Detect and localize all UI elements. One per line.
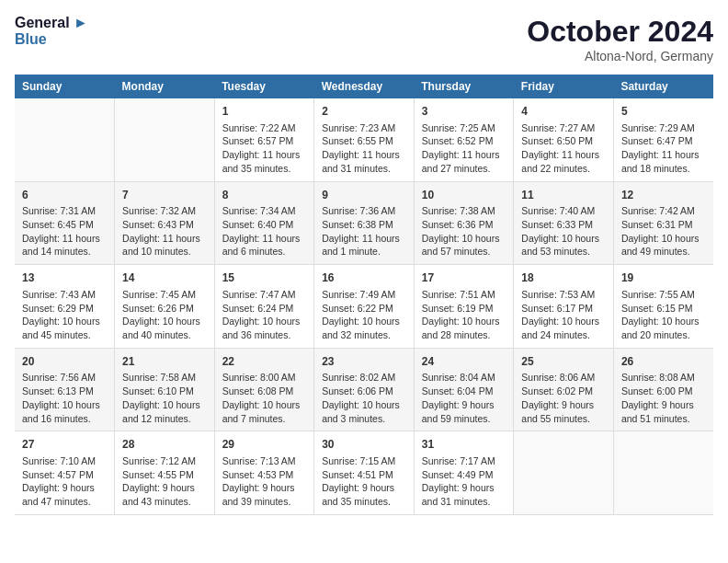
location: Altona-Nord, Germany <box>527 49 713 63</box>
calendar-header: SundayMondayTuesdayWednesdayThursdayFrid… <box>15 75 713 98</box>
title-block: October 2024 Altona-Nord, Germany <box>527 15 713 63</box>
calendar-cell: 25Sunrise: 8:06 AM Sunset: 6:02 PM Dayli… <box>514 348 614 431</box>
calendar-cell: 28Sunrise: 7:12 AM Sunset: 4:55 PM Dayli… <box>115 431 215 515</box>
calendar-cell: 8Sunrise: 7:34 AM Sunset: 6:40 PM Daylig… <box>214 181 314 265</box>
calendar-cell: 15Sunrise: 7:47 AM Sunset: 6:24 PM Dayli… <box>214 265 314 349</box>
day-number: 10 <box>422 188 506 203</box>
calendar-cell: 31Sunrise: 7:17 AM Sunset: 4:49 PM Dayli… <box>414 431 514 515</box>
calendar-cell: 23Sunrise: 8:02 AM Sunset: 6:06 PM Dayli… <box>314 348 415 431</box>
day-number: 15 <box>222 270 307 286</box>
day-number: 17 <box>422 270 506 286</box>
col-header-friday: Friday <box>514 75 614 98</box>
calendar-cell: 10Sunrise: 7:38 AM Sunset: 6:36 PM Dayli… <box>414 181 514 265</box>
calendar-cell: 16Sunrise: 7:49 AM Sunset: 6:22 PM Dayli… <box>314 265 415 349</box>
day-number: 22 <box>222 354 307 370</box>
col-header-thursday: Thursday <box>414 75 514 98</box>
day-info: Sunrise: 7:49 AM Sunset: 6:22 PM Dayligh… <box>322 288 406 342</box>
day-info: Sunrise: 7:17 AM Sunset: 4:49 PM Dayligh… <box>422 454 506 509</box>
calendar-cell: 29Sunrise: 7:13 AM Sunset: 4:53 PM Dayli… <box>214 431 314 515</box>
col-header-tuesday: Tuesday <box>214 75 314 98</box>
day-number: 8 <box>222 188 307 203</box>
day-number: 25 <box>521 354 606 370</box>
day-number: 2 <box>322 104 406 120</box>
calendar-cell: 19Sunrise: 7:55 AM Sunset: 6:15 PM Dayli… <box>613 265 713 349</box>
col-header-wednesday: Wednesday <box>314 75 415 98</box>
calendar-cell: 9Sunrise: 7:36 AM Sunset: 6:38 PM Daylig… <box>314 181 415 265</box>
day-number: 28 <box>122 437 207 453</box>
calendar-cell: 5Sunrise: 7:29 AM Sunset: 6:47 PM Daylig… <box>613 98 713 181</box>
day-info: Sunrise: 8:06 AM Sunset: 6:02 PM Dayligh… <box>521 371 606 425</box>
day-number: 30 <box>322 437 406 453</box>
day-info: Sunrise: 7:29 AM Sunset: 6:47 PM Dayligh… <box>621 121 706 176</box>
day-info: Sunrise: 8:02 AM Sunset: 6:06 PM Dayligh… <box>322 371 406 425</box>
day-number: 14 <box>122 270 207 286</box>
col-header-saturday: Saturday <box>613 75 713 98</box>
day-info: Sunrise: 7:10 AM Sunset: 4:57 PM Dayligh… <box>22 454 107 509</box>
day-number: 23 <box>322 354 406 370</box>
calendar-cell: 14Sunrise: 7:45 AM Sunset: 6:26 PM Dayli… <box>115 265 215 349</box>
day-info: Sunrise: 7:34 AM Sunset: 6:40 PM Dayligh… <box>222 204 307 259</box>
day-number: 11 <box>521 188 606 203</box>
calendar-cell: 30Sunrise: 7:15 AM Sunset: 4:51 PM Dayli… <box>314 431 415 515</box>
day-number: 31 <box>422 437 506 453</box>
calendar-cell: 11Sunrise: 7:40 AM Sunset: 6:33 PM Dayli… <box>514 181 614 265</box>
day-number: 13 <box>22 270 107 286</box>
day-info: Sunrise: 7:45 AM Sunset: 6:26 PM Dayligh… <box>122 288 207 342</box>
day-number: 19 <box>621 270 706 286</box>
page-header: General ► Blue October 2024 Altona-Nord,… <box>15 15 713 63</box>
day-number: 24 <box>422 354 506 370</box>
month-title: October 2024 <box>527 15 713 49</box>
day-info: Sunrise: 7:31 AM Sunset: 6:45 PM Dayligh… <box>22 204 107 259</box>
col-header-monday: Monday <box>115 75 215 98</box>
calendar-cell: 18Sunrise: 7:53 AM Sunset: 6:17 PM Dayli… <box>514 265 614 349</box>
calendar-cell: 17Sunrise: 7:51 AM Sunset: 6:19 PM Dayli… <box>414 265 514 349</box>
calendar-cell: 21Sunrise: 7:58 AM Sunset: 6:10 PM Dayli… <box>115 348 215 431</box>
calendar-cell <box>15 98 115 181</box>
day-info: Sunrise: 7:55 AM Sunset: 6:15 PM Dayligh… <box>621 288 706 342</box>
day-info: Sunrise: 7:12 AM Sunset: 4:55 PM Dayligh… <box>122 454 207 509</box>
day-info: Sunrise: 8:04 AM Sunset: 6:04 PM Dayligh… <box>422 371 506 425</box>
col-header-sunday: Sunday <box>15 75 115 98</box>
day-info: Sunrise: 7:53 AM Sunset: 6:17 PM Dayligh… <box>521 288 606 342</box>
day-info: Sunrise: 7:58 AM Sunset: 6:10 PM Dayligh… <box>122 371 207 425</box>
calendar-table: SundayMondayTuesdayWednesdayThursdayFrid… <box>15 75 713 515</box>
calendar-cell: 12Sunrise: 7:42 AM Sunset: 6:31 PM Dayli… <box>613 181 713 265</box>
day-number: 4 <box>521 104 606 120</box>
calendar-cell <box>115 98 215 181</box>
calendar-cell: 4Sunrise: 7:27 AM Sunset: 6:50 PM Daylig… <box>514 98 614 181</box>
day-number: 1 <box>222 104 307 120</box>
day-info: Sunrise: 7:13 AM Sunset: 4:53 PM Dayligh… <box>222 454 307 509</box>
day-info: Sunrise: 7:47 AM Sunset: 6:24 PM Dayligh… <box>222 288 307 342</box>
calendar-cell: 7Sunrise: 7:32 AM Sunset: 6:43 PM Daylig… <box>115 181 215 265</box>
calendar-cell: 26Sunrise: 8:08 AM Sunset: 6:00 PM Dayli… <box>613 348 713 431</box>
logo: General ► Blue <box>15 15 88 47</box>
day-number: 3 <box>422 104 506 120</box>
day-info: Sunrise: 7:40 AM Sunset: 6:33 PM Dayligh… <box>521 204 606 259</box>
day-info: Sunrise: 7:32 AM Sunset: 6:43 PM Dayligh… <box>122 204 207 259</box>
day-info: Sunrise: 7:51 AM Sunset: 6:19 PM Dayligh… <box>422 288 506 342</box>
calendar-cell <box>514 431 614 515</box>
calendar-cell: 20Sunrise: 7:56 AM Sunset: 6:13 PM Dayli… <box>15 348 115 431</box>
day-number: 21 <box>122 354 207 370</box>
day-number: 6 <box>22 188 107 203</box>
day-info: Sunrise: 7:43 AM Sunset: 6:29 PM Dayligh… <box>22 288 107 342</box>
day-info: Sunrise: 7:23 AM Sunset: 6:55 PM Dayligh… <box>322 121 406 176</box>
calendar-cell: 22Sunrise: 8:00 AM Sunset: 6:08 PM Dayli… <box>214 348 314 431</box>
day-info: Sunrise: 8:08 AM Sunset: 6:00 PM Dayligh… <box>621 371 706 425</box>
calendar-cell: 13Sunrise: 7:43 AM Sunset: 6:29 PM Dayli… <box>15 265 115 349</box>
day-number: 20 <box>22 354 107 370</box>
day-info: Sunrise: 7:27 AM Sunset: 6:50 PM Dayligh… <box>521 121 606 176</box>
day-number: 27 <box>22 437 107 453</box>
day-info: Sunrise: 7:42 AM Sunset: 6:31 PM Dayligh… <box>621 204 706 259</box>
day-number: 26 <box>621 354 706 370</box>
day-info: Sunrise: 7:38 AM Sunset: 6:36 PM Dayligh… <box>422 204 506 259</box>
day-number: 9 <box>322 188 406 203</box>
day-info: Sunrise: 8:00 AM Sunset: 6:08 PM Dayligh… <box>222 371 307 425</box>
logo-wordmark: General ► Blue <box>15 15 88 47</box>
day-number: 29 <box>222 437 307 453</box>
calendar-cell: 24Sunrise: 8:04 AM Sunset: 6:04 PM Dayli… <box>414 348 514 431</box>
day-info: Sunrise: 7:36 AM Sunset: 6:38 PM Dayligh… <box>322 204 406 259</box>
day-number: 7 <box>122 188 207 203</box>
day-info: Sunrise: 7:22 AM Sunset: 6:57 PM Dayligh… <box>222 121 307 176</box>
day-info: Sunrise: 7:56 AM Sunset: 6:13 PM Dayligh… <box>22 371 107 425</box>
